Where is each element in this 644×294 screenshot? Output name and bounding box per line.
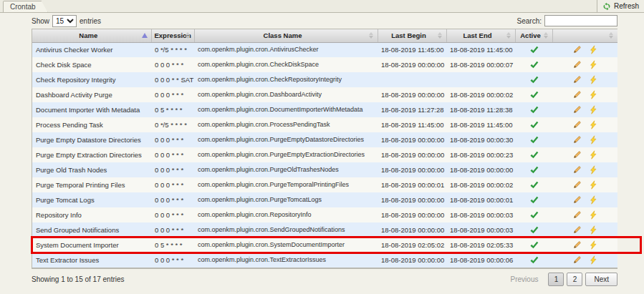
page-size-control: Show 15 entries: [32, 15, 101, 27]
sort-icon: [438, 32, 443, 39]
execute-lightning-icon[interactable]: [589, 225, 598, 235]
execute-lightning-icon[interactable]: [589, 165, 598, 175]
expression-cell: 0 0 0 * * *: [151, 87, 194, 102]
execute-lightning-icon[interactable]: [589, 75, 598, 84]
main-content: Show 15 entries Search:: [0, 13, 644, 286]
entries-summary: Showing 1 to 15 of 17 entries: [32, 275, 125, 283]
execute-lightning-icon[interactable]: [589, 240, 598, 250]
class-name-cell: com.openkm.plugin.cron.SendGroupedNotifi…: [194, 222, 378, 237]
active-check-icon: [529, 195, 539, 205]
table-row: Send Grouped Notifications0 0 0 * * *com…: [32, 222, 617, 237]
execute-lightning-icon[interactable]: [589, 90, 598, 99]
edit-pencil-icon[interactable]: [572, 105, 582, 114]
actions-cell: [552, 222, 617, 237]
column-header-active[interactable]: Active: [515, 29, 552, 42]
table-row: Check Disk Space0 0 0 * * *com.openkm.pl…: [32, 57, 617, 72]
refresh-button[interactable]: Refresh: [597, 0, 644, 12]
edit-pencil-icon[interactable]: [572, 120, 582, 129]
active-check-icon: [529, 75, 539, 84]
edit-pencil-icon[interactable]: [572, 165, 582, 175]
expression-cell: 0 0 0 * * *: [151, 207, 194, 222]
column-header-last-end[interactable]: Last End: [446, 29, 515, 42]
column-header-actions[interactable]: [552, 29, 617, 42]
active-cell: [515, 42, 552, 57]
edit-pencil-icon[interactable]: [572, 210, 582, 220]
expression-cell: 0 0 0 * * *: [151, 177, 194, 192]
last-begin-cell: 18-08-2019 11:45:00: [378, 117, 446, 132]
active-cell: [515, 102, 552, 117]
crontab-table-wrap: Name Expression Class Name Last Beg: [32, 29, 617, 269]
edit-pencil-icon[interactable]: [572, 60, 582, 69]
edit-pencil-icon[interactable]: [572, 45, 582, 54]
execute-lightning-icon[interactable]: [589, 210, 598, 220]
page-button-1[interactable]: 1: [548, 273, 564, 286]
execute-lightning-icon[interactable]: [589, 150, 598, 160]
class-name-cell: com.openkm.plugin.cron.CheckDiskSpace: [194, 57, 378, 72]
edit-pencil-icon[interactable]: [572, 90, 582, 99]
edit-pencil-icon[interactable]: [572, 255, 582, 265]
name-cell: Purge Temporal Printing Files: [32, 177, 151, 192]
sort-icon: [506, 32, 511, 39]
edit-pencil-icon[interactable]: [572, 135, 582, 144]
execute-lightning-icon[interactable]: [589, 105, 598, 114]
edit-pencil-icon[interactable]: [572, 75, 582, 84]
name-cell: Send Grouped Notifications: [32, 222, 151, 237]
table-row: Purge Old Trash Nodes0 0 0 * * *com.open…: [32, 162, 617, 177]
edit-pencil-icon[interactable]: [572, 225, 582, 235]
execute-lightning-icon[interactable]: [589, 135, 598, 144]
last-end-cell: 18-08-2019 00:00:02: [446, 177, 515, 192]
last-end-cell: 18-08-2019 00:00:23: [446, 147, 515, 162]
last-end-cell: 18-08-2019 11:28:38: [446, 102, 515, 117]
column-header-last-begin[interactable]: Last Begin: [378, 29, 446, 42]
active-cell: [515, 117, 552, 132]
active-cell: [515, 132, 552, 147]
class-name-cell: com.openkm.plugin.cron.PurgeOldTrashesNo…: [194, 162, 378, 177]
column-header-class-name-label: Class Name: [264, 31, 302, 39]
expression-cell: 0 */5 * * * *: [151, 42, 194, 57]
class-name-cell: com.openkm.plugin.cron.TextExtractorIssu…: [194, 253, 378, 268]
previous-button[interactable]: Previous: [511, 275, 539, 283]
active-cell: [515, 177, 552, 192]
execute-lightning-icon[interactable]: [589, 195, 598, 205]
actions-cell: [552, 132, 617, 147]
execute-lightning-icon[interactable]: [589, 255, 598, 265]
name-cell: Process Pending Task: [32, 117, 151, 132]
execute-lightning-icon[interactable]: [589, 120, 598, 129]
name-cell: Purge Empty Extraction Directories: [32, 147, 151, 162]
execute-lightning-icon[interactable]: [589, 45, 598, 54]
name-cell: Document Importer With Metadata: [32, 102, 151, 117]
next-button[interactable]: Next: [585, 273, 617, 286]
entries-label: entries: [80, 17, 101, 25]
expression-cell: 0 0 0 * * SAT: [151, 72, 194, 87]
actions-cell: [552, 207, 617, 222]
edit-pencil-icon[interactable]: [572, 180, 582, 190]
class-name-cell: com.openkm.plugin.cron.PurgeEmptyExtract…: [194, 147, 378, 162]
page-size-select[interactable]: 15: [52, 15, 77, 27]
search-input[interactable]: [544, 15, 617, 26]
sort-icon: [369, 32, 374, 39]
name-cell: Purge Tomcat Logs: [32, 192, 151, 207]
execute-lightning-icon[interactable]: [589, 60, 598, 69]
page-button-2[interactable]: 2: [567, 273, 582, 286]
edit-pencil-icon[interactable]: [572, 150, 582, 160]
execute-lightning-icon[interactable]: [589, 180, 598, 190]
last-begin-cell: 18-08-2019 00:00:00: [378, 253, 446, 268]
actions-cell: [552, 192, 617, 207]
column-header-class-name[interactable]: Class Name: [194, 29, 378, 42]
column-header-name[interactable]: Name: [32, 29, 151, 42]
expression-cell: 0 */5 * * * *: [151, 117, 194, 132]
tab-crontab[interactable]: Crontab: [3, 1, 48, 12]
table-controls: Show 15 entries Search:: [32, 13, 617, 29]
active-check-icon: [529, 105, 539, 114]
active-check-icon: [529, 225, 539, 235]
edit-pencil-icon[interactable]: [572, 240, 582, 250]
actions-cell: [552, 117, 617, 132]
table-row: Dashboard Activity Purge0 0 0 * * *com.o…: [32, 87, 617, 102]
last-begin-cell: 18-08-2019 00:00:00: [378, 207, 446, 222]
last-end-cell: 18-08-2019 00:00:01: [446, 192, 515, 207]
active-check-icon: [529, 240, 539, 250]
column-header-expression[interactable]: Expression: [151, 29, 194, 42]
sort-icon: [609, 32, 614, 39]
last-end-cell: 18-08-2019 02:05:33: [446, 237, 515, 253]
edit-pencil-icon[interactable]: [572, 195, 582, 205]
